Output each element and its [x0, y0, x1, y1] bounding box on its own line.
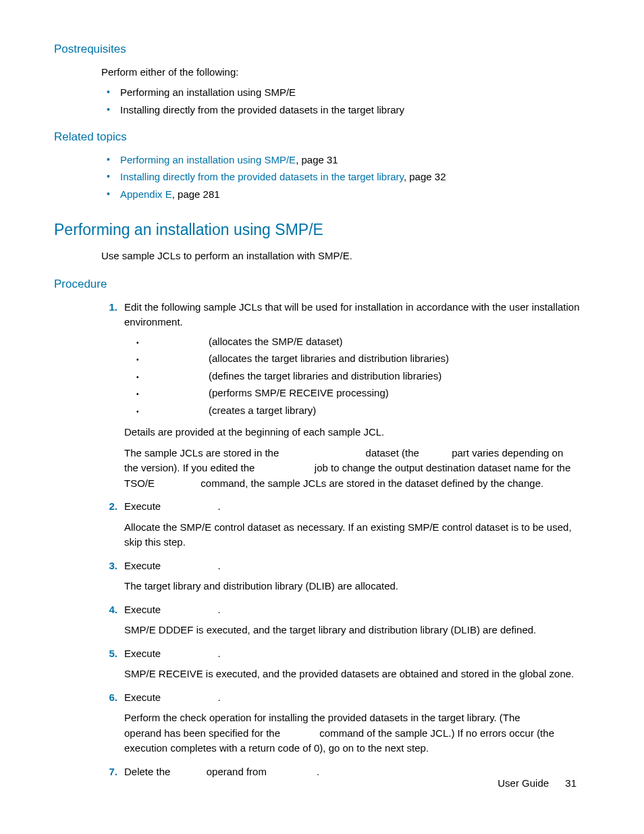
related-topics-heading: Related topics — [54, 128, 580, 146]
list-item: (creates a target library) — [124, 403, 580, 419]
list-item: (allocates the SMP/E dataset) — [124, 334, 580, 350]
list-item: (performs SMP/E RECEIVE processing) — [124, 386, 580, 401]
step-5: Execute . SMP/E RECEIVE is executed, and… — [101, 646, 580, 682]
step-body: Allocate the SMP/E control dataset as ne… — [124, 520, 580, 550]
related-link[interactable]: Installing directly from the provided da… — [120, 171, 404, 182]
page-ref: , page 31 — [296, 154, 338, 165]
list-item: Installing directly from the provided da… — [101, 170, 580, 185]
step1-sublist: (allocates the SMP/E dataset) (allocates… — [124, 334, 580, 419]
step-text: Edit the following sample JCLs that will… — [124, 300, 580, 330]
related-list: Performing an installation using SMP/E, … — [101, 153, 580, 203]
step-body: SMP/E DDDEF is executed, and the target … — [124, 623, 580, 638]
step1-details: Details are provided at the beginning of… — [124, 425, 580, 440]
step-body: The target library and distribution libr… — [124, 579, 580, 594]
list-item: (allocates the target libraries and dist… — [124, 351, 580, 367]
list-item: (defines the target libraries and distri… — [124, 369, 580, 384]
postrequisites-heading: Postrequisites — [54, 41, 580, 58]
page-number: 31 — [565, 777, 576, 789]
postreq-intro: Perform either of the following: — [101, 65, 580, 80]
footer-label: User Guide — [498, 777, 549, 789]
related-link[interactable]: Performing an installation using SMP/E — [120, 154, 296, 165]
postreq-list: Performing an installation using SMP/E I… — [101, 85, 580, 118]
step-exec: Execute . — [124, 499, 580, 515]
step-exec: Execute . — [124, 646, 580, 662]
procedure-steps: Edit the following sample JCLs that will… — [101, 300, 580, 780]
section-heading: Performing an installation using SMP/E — [54, 218, 580, 242]
step-body: Perform the check operation for installi… — [124, 710, 580, 756]
list-item: Performing an installation using SMP/E — [101, 85, 580, 101]
step-1: Edit the following sample JCLs that will… — [101, 300, 580, 492]
section-intro: Use sample JCLs to perform an installati… — [101, 249, 580, 264]
step-6: Execute . Perform the check operation fo… — [101, 690, 580, 756]
page-footer: User Guide 31 — [498, 776, 576, 791]
page-ref: , page 281 — [172, 188, 220, 200]
step-exec: Execute . — [124, 690, 580, 706]
related-link[interactable]: Appendix E — [120, 188, 172, 200]
procedure-heading: Procedure — [54, 276, 580, 293]
step-exec: Execute . — [124, 602, 580, 618]
step-body: SMP/E RECEIVE is executed, and the provi… — [124, 667, 580, 682]
step-4: Execute . SMP/E DDDEF is executed, and t… — [101, 602, 580, 638]
step-exec: Execute . — [124, 558, 580, 574]
list-item: Appendix E, page 281 — [101, 187, 580, 203]
step1-sample-note: The sample JCLs are stored in the datase… — [124, 446, 580, 492]
page-ref: , page 32 — [404, 171, 446, 182]
list-item: Installing directly from the provided da… — [101, 103, 580, 118]
list-item: Performing an installation using SMP/E, … — [101, 153, 580, 168]
step-2: Execute . Allocate the SMP/E control dat… — [101, 499, 580, 550]
step-3: Execute . The target library and distrib… — [101, 558, 580, 594]
